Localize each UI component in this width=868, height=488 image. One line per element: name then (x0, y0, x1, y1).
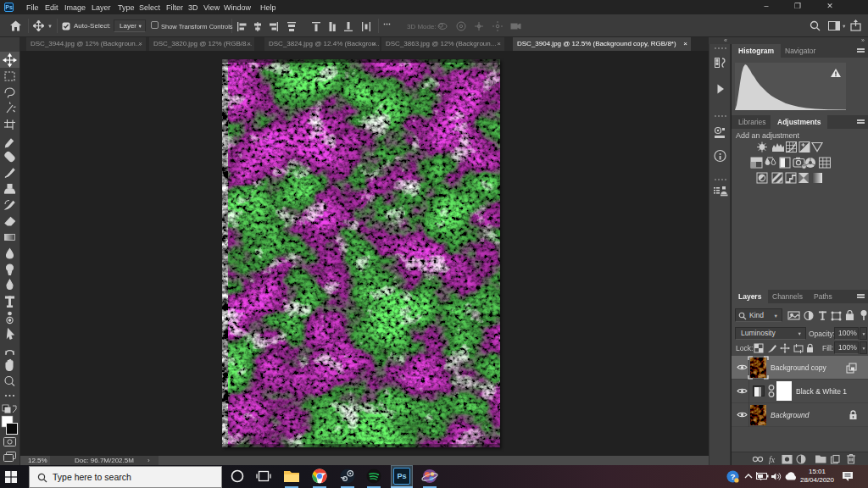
svg-text:fx: fx (769, 455, 776, 464)
